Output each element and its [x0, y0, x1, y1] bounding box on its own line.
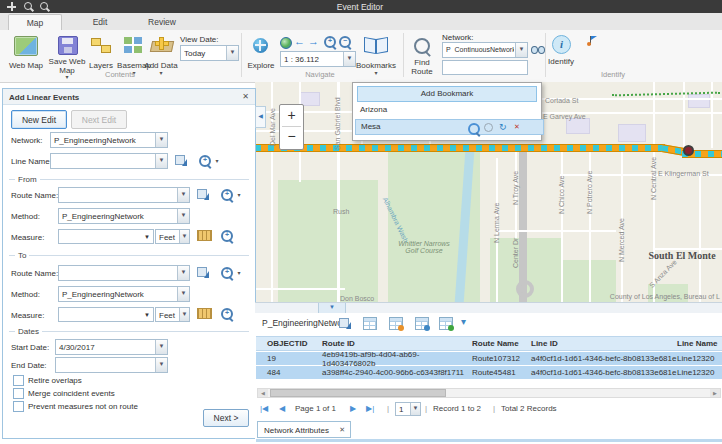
- prevent-measures-checkbox[interactable]: [13, 401, 24, 412]
- to-measure-zoom-icon[interactable]: +: [221, 308, 233, 320]
- panel-network-select[interactable]: P_EngineeringNetwork ▼: [50, 132, 168, 148]
- to-route-name-select[interactable]: ▼: [58, 265, 190, 281]
- column-header[interactable]: OBJECTID: [267, 339, 322, 348]
- zoom-to-selected-icon[interactable]: [389, 317, 403, 330]
- retire-overlaps-checkbox[interactable]: [13, 375, 24, 386]
- bookmarks-icon[interactable]: [364, 37, 388, 53]
- table-row[interactable]: 19 4eb9419b-af9b-4d04-ab69-1d403476802b …: [256, 352, 722, 365]
- from-select-route-on-map-icon[interactable]: [197, 188, 209, 200]
- next-page-button[interactable]: ▶: [350, 404, 356, 413]
- from-route-zoom-icon[interactable]: +: [221, 189, 233, 201]
- tab-map[interactable]: Map: [8, 14, 62, 31]
- column-header[interactable]: Route ID: [322, 339, 472, 348]
- bookmark-delete-icon[interactable]: ✕: [514, 120, 520, 134]
- select-line-on-map-icon[interactable]: [175, 154, 187, 166]
- zoom-out-icon[interactable]: [40, 2, 48, 10]
- pan-icon[interactable]: [7, 2, 16, 11]
- panel-close-icon[interactable]: ✕: [242, 92, 249, 101]
- tab-network-attributes[interactable]: Network Attributes ✕: [257, 421, 351, 438]
- page-number-select[interactable]: 1 ▼: [395, 402, 421, 416]
- bookmark-refresh-icon[interactable]: ↻: [499, 120, 507, 134]
- to-method-select[interactable]: P_EngineeringNetwork ▼: [58, 286, 190, 302]
- find-route-button[interactable]: Find Route: [406, 58, 438, 76]
- binoculars-icon[interactable]: [531, 45, 545, 54]
- map-zoom-out-icon[interactable]: −: [339, 36, 351, 48]
- web-map-icon[interactable]: [14, 36, 38, 56]
- bookmark-item-arizona[interactable]: Arizona: [355, 103, 542, 117]
- find-route-icon[interactable]: [414, 38, 430, 54]
- start-date-select[interactable]: 4/30/2017 ▼: [55, 339, 168, 355]
- line-name-select[interactable]: ▼: [50, 153, 168, 169]
- end-date-select[interactable]: ▼: [55, 357, 168, 373]
- select-records-icon[interactable]: [339, 317, 351, 329]
- bookmark-pan-icon[interactable]: [484, 123, 493, 132]
- collapse-panel-button[interactable]: ◀: [255, 106, 266, 128]
- column-header[interactable]: Line ID: [531, 339, 677, 348]
- to-measure-input[interactable]: ▼: [58, 307, 154, 322]
- table-row[interactable]: 484 a398ff4c-2940-4c00-96b6-c6343f8f1711…: [256, 366, 722, 379]
- web-map-button[interactable]: Web Map: [4, 61, 48, 70]
- to-measure-tool-icon[interactable]: [197, 308, 212, 319]
- refresh-table-icon[interactable]: [439, 317, 453, 330]
- identify-button[interactable]: Identify: [545, 57, 577, 66]
- full-extent-globe-icon[interactable]: [280, 37, 292, 49]
- to-route-zoom-caret-icon[interactable]: ▾: [235, 271, 243, 276]
- tab-edit[interactable]: Edit: [72, 14, 128, 30]
- zoom-in-icon[interactable]: [24, 2, 32, 10]
- tab-review[interactable]: Review: [132, 14, 192, 30]
- scrollbar-thumb[interactable]: [270, 389, 446, 397]
- column-header[interactable]: Line Name: [677, 339, 722, 348]
- sort-icon[interactable]: ▾: [461, 316, 466, 327]
- from-method-select[interactable]: P_EngineeringNetwork ▼: [58, 208, 190, 224]
- map-zoom-in-icon[interactable]: +: [324, 36, 336, 48]
- next-button[interactable]: Next >: [203, 409, 249, 427]
- layers-icon[interactable]: [90, 37, 112, 54]
- scroll-left-icon[interactable]: ◀: [258, 389, 268, 397]
- from-measure-zoom-icon[interactable]: +: [221, 230, 233, 242]
- show-table-icon[interactable]: [363, 317, 377, 330]
- explore-button[interactable]: Explore: [246, 61, 276, 70]
- explore-icon[interactable]: [253, 38, 268, 53]
- first-page-button[interactable]: |◀: [260, 404, 268, 413]
- merge-coincident-checkbox[interactable]: [13, 388, 24, 399]
- new-edit-button[interactable]: New Edit: [11, 110, 67, 129]
- line-zoom-caret-icon[interactable]: ▾: [213, 159, 221, 164]
- basemap-icon[interactable]: [124, 37, 142, 53]
- pan-to-selected-icon[interactable]: [415, 317, 429, 330]
- route-input[interactable]: [442, 60, 528, 75]
- to-route-zoom-icon[interactable]: +: [221, 267, 233, 279]
- zoom-in-button[interactable]: +: [280, 105, 303, 126]
- from-route-name-select[interactable]: ▼: [58, 187, 190, 203]
- bookmarks-button[interactable]: Bookmarks: [355, 61, 397, 70]
- bookmark-item-mesa[interactable]: Mesa ↻ ✕: [355, 119, 544, 135]
- scroll-right-icon[interactable]: ▶: [710, 389, 720, 397]
- from-unit-select[interactable]: Feet ▼: [155, 229, 190, 244]
- to-select-route-on-map-icon[interactable]: [197, 266, 209, 278]
- tab-close-icon[interactable]: ✕: [339, 426, 345, 434]
- from-measure-input[interactable]: ▼: [58, 229, 154, 244]
- basemap-tile: [124, 37, 132, 44]
- layers-button[interactable]: Layers: [86, 61, 116, 70]
- previous-extent-icon[interactable]: ←: [294, 36, 305, 46]
- add-bookmark-button[interactable]: Add Bookmark: [357, 86, 537, 102]
- next-edit-button[interactable]: Next Edit: [71, 110, 127, 129]
- to-unit-select[interactable]: Feet ▼: [155, 307, 190, 322]
- identify-pin-icon[interactable]: [586, 36, 596, 46]
- next-extent-icon[interactable]: →: [308, 36, 319, 46]
- column-header[interactable]: Route Name: [472, 339, 531, 348]
- from-measure-tool-icon[interactable]: [197, 230, 212, 241]
- zoom-out-button[interactable]: −: [280, 126, 303, 147]
- last-page-button[interactable]: ▶|: [366, 404, 374, 413]
- network-select[interactable]: P_ContinuousNetwork ▼: [442, 42, 528, 58]
- add-data-button[interactable]: Add Data: [144, 61, 178, 70]
- bookmark-zoom-icon[interactable]: [468, 123, 480, 135]
- save-web-map-icon[interactable]: [58, 36, 78, 55]
- horizontal-scrollbar[interactable]: ◀ ▶: [257, 388, 721, 398]
- prev-page-button[interactable]: ◀: [279, 404, 285, 413]
- view-date-select[interactable]: Today ▼: [180, 45, 239, 61]
- add-data-icon[interactable]: [151, 36, 171, 52]
- scale-select[interactable]: 1 : 36.112 ▼: [280, 51, 356, 67]
- line-zoom-icon[interactable]: +: [199, 155, 211, 167]
- identify-icon[interactable]: i: [552, 35, 571, 54]
- from-route-zoom-caret-icon[interactable]: ▾: [235, 193, 243, 198]
